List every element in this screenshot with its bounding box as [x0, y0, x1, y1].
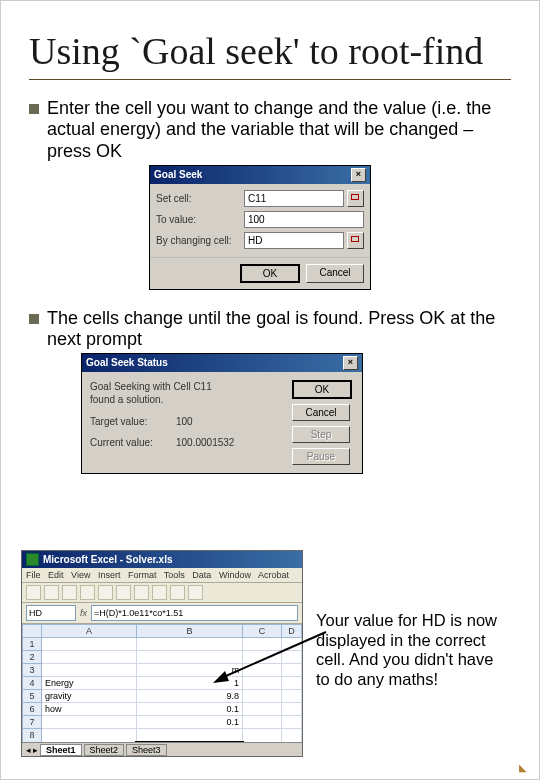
sheet-tab[interactable]: Sheet1 [40, 744, 82, 756]
menu-view[interactable]: View [71, 570, 90, 580]
row-header[interactable]: 1 [23, 638, 42, 651]
cell[interactable] [243, 729, 282, 743]
col-header[interactable]: D [281, 625, 301, 638]
cell[interactable] [281, 729, 301, 743]
current-value-label: Current value: [90, 436, 168, 450]
toolbar-icon[interactable] [44, 585, 59, 600]
row-header[interactable]: 5 [23, 690, 42, 703]
menu-tools[interactable]: Tools [164, 570, 185, 580]
close-icon[interactable]: × [351, 168, 366, 182]
step-button[interactable]: Step [292, 426, 350, 443]
excel-menubar[interactable]: File Edit View Insert Format Tools Data … [22, 568, 302, 583]
cell[interactable]: 0.1 [136, 716, 242, 729]
row-header[interactable]: 7 [23, 716, 42, 729]
toolbar-icon[interactable] [134, 585, 149, 600]
toolbar-icon[interactable] [170, 585, 185, 600]
set-cell-input[interactable]: C11 [244, 190, 344, 207]
cell[interactable] [136, 729, 242, 743]
cell[interactable]: m [136, 664, 242, 677]
menu-acrobat[interactable]: Acrobat [258, 570, 289, 580]
row-header[interactable]: 4 [23, 677, 42, 690]
cell[interactable] [42, 729, 137, 743]
by-changing-input[interactable]: HD [244, 232, 344, 249]
ok-button[interactable]: OK [292, 380, 352, 399]
table-row[interactable]: 70.1 [23, 716, 302, 729]
cancel-button[interactable]: Cancel [306, 264, 364, 283]
row-header[interactable]: 3 [23, 664, 42, 677]
ok-button[interactable]: OK [240, 264, 300, 283]
cell[interactable] [281, 638, 301, 651]
tab-nav-icon[interactable]: ◂ [26, 745, 31, 755]
sheet-tab[interactable]: Sheet2 [84, 744, 125, 756]
row-header[interactable]: 6 [23, 703, 42, 716]
cell[interactable]: Energy [42, 677, 137, 690]
cell[interactable] [42, 664, 137, 677]
toolbar-icon[interactable] [188, 585, 203, 600]
cell[interactable] [243, 651, 282, 664]
table-row[interactable]: 8 [23, 729, 302, 743]
cancel-button[interactable]: Cancel [292, 404, 350, 421]
to-value-input[interactable]: 100 [244, 211, 364, 228]
fx-icon[interactable]: fx [80, 608, 87, 618]
cell[interactable] [243, 638, 282, 651]
col-header[interactable]: A [42, 625, 137, 638]
excel-formula-bar: HD fx =H(D)*1.0e11*co*1.51 [22, 603, 302, 624]
table-row[interactable]: 3m [23, 664, 302, 677]
table-row[interactable]: 5gravity9.8 [23, 690, 302, 703]
toolbar-icon[interactable] [26, 585, 41, 600]
cell[interactable]: gravity [42, 690, 137, 703]
toolbar-icon[interactable] [116, 585, 131, 600]
menu-window[interactable]: Window [219, 570, 251, 580]
pause-button[interactable]: Pause [292, 448, 350, 465]
menu-file[interactable]: File [26, 570, 41, 580]
toolbar-icon[interactable] [62, 585, 77, 600]
ref-picker-icon[interactable] [347, 190, 364, 207]
toolbar-icon[interactable] [152, 585, 167, 600]
menu-edit[interactable]: Edit [48, 570, 64, 580]
to-value-label: To value: [156, 214, 244, 225]
cell[interactable]: 1 [136, 677, 242, 690]
cell[interactable] [243, 703, 282, 716]
cell[interactable]: 9.8 [136, 690, 242, 703]
menu-format[interactable]: Format [128, 570, 157, 580]
col-header[interactable]: C [243, 625, 282, 638]
excel-grid[interactable]: ABCD123m4Energy15gravity9.86how0.170.189… [22, 624, 302, 742]
table-row[interactable]: 1 [23, 638, 302, 651]
cell[interactable]: how [42, 703, 137, 716]
cell[interactable] [281, 651, 301, 664]
row-header[interactable]: 2 [23, 651, 42, 664]
table-row[interactable]: 2 [23, 651, 302, 664]
col-header[interactable]: B [136, 625, 242, 638]
row-header[interactable]: 8 [23, 729, 42, 743]
cell[interactable] [136, 651, 242, 664]
sheet-tab[interactable]: Sheet3 [126, 744, 167, 756]
table-row[interactable]: 4Energy1 [23, 677, 302, 690]
tab-nav-icon[interactable]: ▸ [33, 745, 38, 755]
cell[interactable] [42, 651, 137, 664]
menu-data[interactable]: Data [192, 570, 211, 580]
name-box[interactable]: HD [26, 605, 76, 621]
cell[interactable] [281, 664, 301, 677]
menu-insert[interactable]: Insert [98, 570, 121, 580]
cell[interactable] [136, 638, 242, 651]
cell[interactable] [281, 677, 301, 690]
cell[interactable] [243, 664, 282, 677]
cell[interactable] [243, 716, 282, 729]
excel-toolbar [22, 583, 302, 603]
toolbar-icon[interactable] [98, 585, 113, 600]
formula-input[interactable]: =H(D)*1.0e11*co*1.51 [91, 605, 298, 621]
explanation-text: Your value for HD is now displayed in th… [316, 611, 511, 689]
cell[interactable] [243, 690, 282, 703]
cell[interactable]: 0.1 [136, 703, 242, 716]
goal-seek-status-dialog: Goal Seek Status × Goal Seeking with Cel… [81, 353, 363, 474]
cell[interactable] [281, 716, 301, 729]
cell[interactable] [42, 638, 137, 651]
table-row[interactable]: 6how0.1 [23, 703, 302, 716]
cell[interactable] [281, 690, 301, 703]
toolbar-icon[interactable] [80, 585, 95, 600]
close-icon[interactable]: × [343, 356, 358, 370]
ref-picker-icon[interactable] [347, 232, 364, 249]
cell[interactable] [243, 677, 282, 690]
cell[interactable] [42, 716, 137, 729]
cell[interactable] [281, 703, 301, 716]
